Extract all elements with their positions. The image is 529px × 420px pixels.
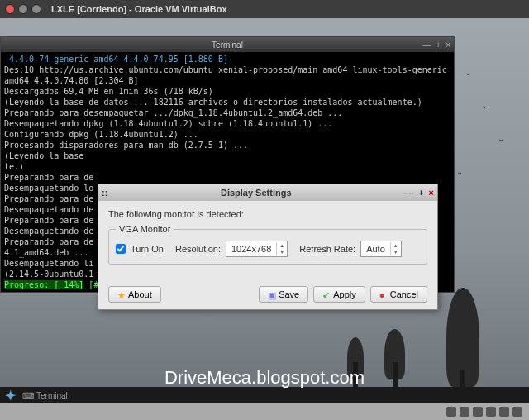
dialog-titlebar[interactable]: :: Display Settings — + × [98,184,437,201]
tree-decoration [384,329,405,379]
save-button[interactable]: ▣Save [259,286,308,303]
refresh-spinner[interactable]: Auto ▲▼ [360,241,402,257]
tree-decoration [446,288,479,387]
tree-decoration [347,337,364,379]
refresh-value: Auto [361,244,390,254]
bird-decoration: ⌄ [498,134,504,143]
maximize-icon[interactable]: + [418,188,423,198]
window-buttons [5,4,41,14]
stop-icon: ● [379,290,388,298]
minimize-icon[interactable]: — [404,188,413,198]
close-button[interactable] [5,4,15,14]
close-icon[interactable]: × [446,41,450,50]
chevron-up-icon[interactable]: ▲ [391,242,401,249]
resolution-label: Resolution: [175,244,221,254]
bird-decoration: ⌄ [456,167,463,176]
resolution-value: 1024x768 [226,244,276,254]
virtualbox-statusbar [440,403,529,420]
cancel-button[interactable]: ●Cancel [370,286,427,303]
progress-label: Progreso: [ 14%] [4,280,83,289]
vb-shared-icon[interactable] [499,407,509,417]
apply-button[interactable]: ✔Apply [313,286,365,303]
monitor-label: VGA Monitor [116,224,174,234]
dialog-button-row: ★About ▣Save ✔Apply ●Cancel [98,279,437,309]
refresh-label: Refresh Rate: [299,244,355,254]
virtualbox-titlebar: LXLE [Corriendo] - Oracle VM VirtualBox [0,0,529,18]
check-icon: ✔ [322,290,331,298]
terminal-title: Terminal [212,41,243,50]
minimize-button[interactable] [18,4,28,14]
terminal-window-controls: — + × [422,41,450,50]
dialog-title: Display Settings [107,188,404,198]
monitor-fieldset: VGA Monitor Turn On Resolution: 1024x768… [108,224,427,265]
maximize-icon[interactable]: + [436,41,441,50]
vb-disk-icon[interactable] [446,407,456,417]
vm-screen: ⌄ ⌄ ⌄ ⌄ ◢ 3:00:41 PM 04.16.17 dom 🔊 ⥮ LA… [0,18,529,403]
terminal-titlebar[interactable]: Terminal — + × [1,37,454,52]
detect-text: The following monitor is detected: [108,209,427,219]
start-icon[interactable]: ✦ [5,388,16,403]
dialog-body: The following monitor is detected: VGA M… [98,201,437,279]
turn-on-checkbox[interactable] [116,244,126,254]
vb-optical-icon[interactable] [460,407,469,417]
vb-network-icon[interactable] [473,407,483,417]
vb-usb-icon[interactable] [486,407,496,417]
minimize-icon[interactable]: — [422,41,431,50]
chevron-down-icon[interactable]: ▼ [277,249,287,255]
bird-decoration: ⌄ [465,68,471,77]
turn-on-label: Turn On [131,244,164,254]
maximize-button[interactable] [31,4,41,14]
terminal-icon: ⌨ [22,391,34,400]
guest-taskbar: ✦ ⌨ Terminal [0,387,529,403]
virtualbox-title: LXLE [Corriendo] - Oracle VM VirtualBox [51,4,227,14]
dialog-icon: :: [102,188,107,198]
about-button[interactable]: ★About [108,286,161,303]
display-settings-dialog[interactable]: :: Display Settings — + × The following … [98,184,438,310]
taskbar-item-terminal[interactable]: ⌨ Terminal [22,391,68,400]
resolution-spinner[interactable]: 1024x768 ▲▼ [226,241,288,257]
save-icon: ▣ [268,290,276,298]
close-icon[interactable]: × [429,188,434,198]
vb-display-icon[interactable] [512,407,522,417]
chevron-down-icon[interactable]: ▼ [391,249,401,255]
chevron-up-icon[interactable]: ▲ [277,242,287,249]
bird-decoration: ⌄ [481,101,488,110]
star-icon: ★ [117,290,126,298]
